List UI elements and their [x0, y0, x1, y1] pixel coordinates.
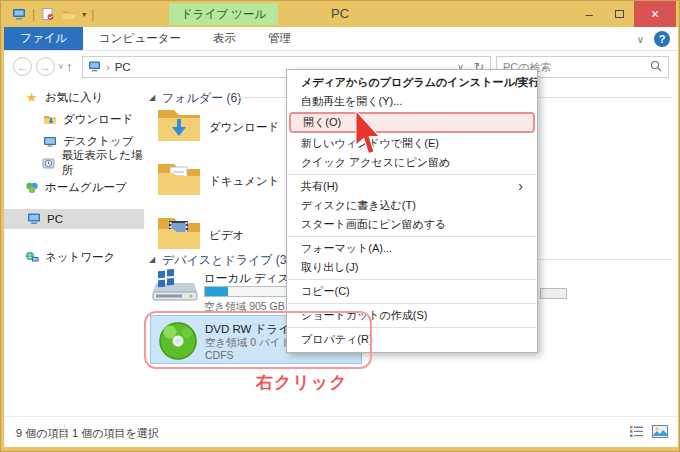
title-bar: | ▾ | ドライブ ツール PC – ×	[1, 1, 679, 27]
navigation-pane: ★ お気に入り ダウンロード デスクトップ 最近表示した場所	[4, 83, 144, 416]
cursor-arrow-icon	[351, 110, 385, 160]
desktop-icon	[42, 136, 57, 147]
sidebar-item-favorites[interactable]: ★ お気に入り	[24, 87, 103, 107]
sidebar-item-pc[interactable]: PC	[4, 209, 144, 229]
sidebar-item-network[interactable]: ネットワーク	[24, 247, 115, 267]
pc-location-icon	[88, 61, 101, 74]
menu-item-format[interactable]: フォーマット(A)...	[287, 239, 537, 258]
help-icon[interactable]: ?	[654, 31, 670, 47]
ribbon-tab-strip: ファイル コンピューター 表示 管理 ∨ ?	[4, 27, 678, 51]
maximize-button[interactable]	[604, 1, 634, 27]
large-icons-view-icon[interactable]	[652, 425, 668, 440]
details-view-icon[interactable]	[629, 425, 644, 440]
menu-item-eject[interactable]: 取り出し(J)	[287, 258, 537, 277]
menu-item-burn-disc[interactable]: ディスクに書き込む(T)	[287, 196, 537, 215]
back-button[interactable]: ←	[13, 57, 32, 76]
star-icon: ★	[24, 90, 39, 105]
homegroup-icon	[24, 181, 39, 194]
close-button[interactable]: ×	[634, 1, 676, 27]
window-controls: – ×	[574, 1, 676, 27]
menu-item-share[interactable]: 共有(H) ›	[287, 177, 537, 196]
sidebar-item-homegroup[interactable]: ホームグループ	[24, 177, 127, 197]
documents-folder-icon	[156, 159, 202, 201]
collapse-folders-icon[interactable]: ◢	[149, 93, 155, 102]
downloads-folder-icon	[156, 105, 202, 147]
tab-file[interactable]: ファイル	[4, 27, 83, 50]
status-divider	[64, 424, 65, 440]
tab-computer[interactable]: コンピューター	[83, 27, 197, 50]
menu-separator	[288, 303, 536, 304]
disk-usage-track	[204, 286, 288, 297]
menu-item-install-run[interactable]: メディアからのプログラムのインストール/実行	[287, 73, 537, 92]
tab-view[interactable]: 表示	[197, 27, 252, 50]
disk-usage-fill	[205, 287, 228, 296]
menu-item-autoplay[interactable]: 自動再生を開く(Y)...	[287, 92, 537, 111]
breadcrumb[interactable]: PC	[115, 61, 131, 73]
local-disk-icon	[152, 269, 198, 309]
maximize-icon	[615, 10, 624, 18]
menu-item-pin-start[interactable]: スタート画面にピン留めする	[287, 215, 537, 234]
selected-count: 1 個の項目を選択	[72, 426, 159, 441]
right-click-annotation: 右クリック	[256, 371, 348, 394]
up-button[interactable]: ↑	[66, 59, 73, 74]
status-bar: 9 個の項目 1 個の項目を選択	[4, 416, 678, 447]
tab-manage[interactable]: 管理	[252, 27, 307, 50]
videos-folder-icon	[156, 213, 202, 255]
recent-places-icon	[42, 157, 55, 170]
dvd-annotation-box	[144, 311, 372, 369]
explorer-window: | ▾ | ドライブ ツール PC – × ファイル コンピューター 表示 管理…	[0, 0, 680, 452]
menu-separator	[288, 174, 536, 175]
breadcrumb-chevron[interactable]: ›	[106, 61, 110, 73]
search-icon[interactable]	[650, 60, 662, 74]
minimize-button[interactable]: –	[574, 1, 604, 27]
menu-item-open-new-window[interactable]: 新しいウィンドウで開く(E)	[287, 134, 537, 153]
menu-separator	[288, 279, 536, 280]
menu-item-copy[interactable]: コピー(C)	[287, 282, 537, 301]
drive2-usage-bar	[540, 288, 567, 299]
menu-separator	[288, 236, 536, 237]
devices-group-header[interactable]: デバイスとドライブ (3)	[162, 252, 291, 269]
forward-button[interactable]: →	[36, 57, 55, 76]
sidebar-item-recent-places[interactable]: 最近表示した場所	[42, 153, 144, 173]
items-count: 9 個の項目	[16, 426, 69, 441]
sidebar-item-downloads[interactable]: ダウンロード	[42, 109, 133, 129]
collapse-devices-icon[interactable]: ◢	[149, 255, 155, 264]
recent-locations-dropdown-icon[interactable]: ∨	[58, 62, 64, 71]
menu-item-open[interactable]: 開く(O)	[289, 112, 535, 133]
pc-icon	[26, 213, 41, 225]
menu-item-pin-quick-access[interactable]: クイック アクセスにピン留め	[287, 153, 537, 172]
downloads-folder-icon	[42, 114, 57, 125]
network-icon	[24, 251, 39, 264]
ribbon-collapse-icon[interactable]: ∨	[637, 34, 644, 45]
submenu-arrow-icon: ›	[518, 177, 523, 196]
